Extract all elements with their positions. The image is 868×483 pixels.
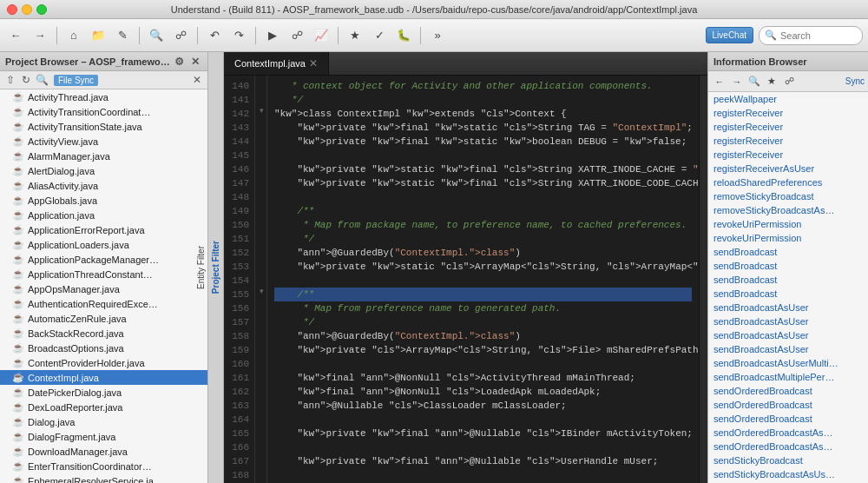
info-list-item[interactable]: sendOrderedBroadcast: [708, 384, 868, 398]
pb-nav-up-icon[interactable]: ⇧: [3, 73, 17, 87]
info-list-item[interactable]: sendBroadcastMultiplePer…: [708, 370, 868, 384]
toolbar-back-button[interactable]: ←: [5, 25, 26, 46]
toolbar-more-button[interactable]: »: [427, 25, 448, 46]
info-list-item[interactable]: sendOrderedBroadcast: [708, 398, 868, 412]
info-list-item[interactable]: registerReceiver: [708, 106, 868, 120]
file-item[interactable]: ☕ActivityTransitionCoordinat…: [0, 104, 207, 119]
toolbar-edit-button[interactable]: ✎: [112, 25, 133, 46]
toolbar-check-button[interactable]: ✓: [369, 25, 390, 46]
toolbar-graph-button[interactable]: ☍: [286, 25, 307, 46]
file-item[interactable]: ☕DownloadManager.java: [0, 444, 207, 459]
file-item[interactable]: ☕AuthenticationRequiredExce…: [0, 296, 207, 311]
file-sync-button[interactable]: File Sync: [54, 75, 98, 86]
file-item[interactable]: ☕DexLoadReporter.java: [0, 400, 207, 414]
file-item[interactable]: ☕ApplicationPackageManager…: [0, 252, 207, 267]
info-list-item[interactable]: sendOrderedBroadcastAs…: [708, 426, 868, 440]
minimize-window-button[interactable]: [22, 4, 32, 15]
info-search-btn[interactable]: 🔍: [746, 74, 762, 89]
info-forward-btn[interactable]: →: [729, 74, 745, 89]
maximize-window-button[interactable]: [36, 4, 47, 15]
project-filter-tab[interactable]: Project Filter: [208, 234, 223, 301]
info-list-item[interactable]: sendBroadcast: [708, 287, 868, 301]
info-list-item[interactable]: sendStickyBroadcast: [708, 453, 868, 467]
info-filter-btn[interactable]: ☍: [781, 74, 797, 89]
info-list-item[interactable]: sendBroadcast: [708, 245, 868, 259]
file-item[interactable]: ☕ApplicationLoaders.java: [0, 237, 207, 252]
file-item[interactable]: ☕EnterTransitionCoordinator…: [0, 459, 207, 473]
info-list-item[interactable]: reloadSharedPreferences: [708, 175, 868, 189]
entity-filter-tab[interactable]: Entity Filter: [194, 239, 208, 296]
toolbar-play-button[interactable]: ▶: [262, 25, 283, 46]
info-list-item[interactable]: registerReceiverAsUser: [708, 162, 868, 175]
file-item[interactable]: ☕ApplicationErrorReport.java: [0, 222, 207, 237]
pb-search-icon[interactable]: 🔍: [35, 73, 49, 87]
file-item[interactable]: ☕AlertDialog.java: [0, 163, 207, 178]
close-tab-icon[interactable]: ✕: [309, 57, 318, 69]
close-window-button[interactable]: [7, 4, 17, 15]
info-list-item[interactable]: registerReceiver: [708, 120, 868, 134]
panel-close-icon[interactable]: ✕: [188, 55, 202, 69]
toolbar-folder-button[interactable]: 📁: [88, 25, 108, 46]
toolbar-undo-button[interactable]: ↶: [204, 25, 225, 46]
info-list-item[interactable]: sendBroadcast: [708, 259, 868, 273]
file-item[interactable]: ☕ActivityView.java: [0, 134, 207, 149]
info-list-item[interactable]: sendBroadcastAsUser: [708, 328, 868, 342]
toolbar-home-button[interactable]: ⌂: [63, 25, 84, 46]
toolbar-search-button[interactable]: 🔍: [146, 25, 167, 46]
file-item[interactable]: ☕AliasActivity.java: [0, 178, 207, 193]
toolbar-bug-button[interactable]: 🐛: [393, 25, 414, 46]
file-item[interactable]: ☕ApplicationThreadConstant…: [0, 267, 207, 281]
livechat-button[interactable]: LiveChat: [706, 27, 753, 43]
info-list-item[interactable]: sendOrderedBroadcast: [708, 412, 868, 426]
vertical-scrollbar[interactable]: [699, 76, 707, 483]
info-list-item[interactable]: registerReceiver: [708, 148, 868, 162]
info-bookmark-btn[interactable]: ★: [764, 74, 779, 89]
panel-settings-icon[interactable]: ⚙: [172, 55, 186, 69]
fold-indicator[interactable]: ▾: [255, 284, 267, 298]
info-back-btn[interactable]: ←: [712, 74, 727, 89]
code-area[interactable]: * context object for Activity and other …: [267, 76, 699, 483]
file-item[interactable]: ☕AppOpsManager.java: [0, 281, 207, 296]
file-item[interactable]: ☕Application.java: [0, 208, 207, 222]
info-list-item[interactable]: sendBroadcast: [708, 273, 868, 287]
toolbar-forward-button[interactable]: →: [30, 25, 50, 46]
toolbar-metric-button[interactable]: 📈: [311, 25, 332, 46]
file-item[interactable]: ☕BroadcastOptions.java: [0, 341, 207, 355]
info-list-item[interactable]: revokeUriPermission: [708, 217, 868, 231]
info-list-item[interactable]: sendBroadcastAsUser: [708, 314, 868, 328]
fold-indicator[interactable]: ▾: [255, 103, 267, 117]
file-item[interactable]: ☕BackStackRecord.java: [0, 326, 207, 341]
panel-header-icons: ⚙ ✕: [172, 55, 202, 69]
editor-tab-label: ContextImpl.java: [234, 58, 306, 69]
toolbar-filter-button[interactable]: ☍: [170, 25, 191, 46]
file-item[interactable]: ☕ContentProviderHolder.java: [0, 355, 207, 370]
pb-close-icon[interactable]: ✕: [190, 73, 204, 87]
info-list-item[interactable]: sendStickyBroadcastAsUs…: [708, 467, 868, 481]
toolbar-bookmark-button[interactable]: ★: [345, 25, 365, 46]
editor-tab-contextimpl[interactable]: ContextImpl.java ✕: [224, 52, 329, 75]
search-input[interactable]: [759, 26, 863, 45]
file-item[interactable]: ☕DialogFragment.java: [0, 429, 207, 444]
file-item[interactable]: ☕AutomaticZenRule.java: [0, 311, 207, 326]
file-item[interactable]: ☕DatePickerDialog.java: [0, 385, 207, 400]
file-item[interactable]: ☕Dialog.java: [0, 414, 207, 429]
file-item[interactable]: ☕AlarmManager.java: [0, 149, 207, 163]
file-item[interactable]: ☕EphemeralResolverService.ja…: [0, 473, 207, 483]
info-list-item[interactable]: sendOrderedBroadcastAs…: [708, 440, 868, 453]
pb-refresh-icon[interactable]: ↻: [19, 73, 33, 87]
info-list-item[interactable]: sendBroadcastAsUserMulti…: [708, 356, 868, 370]
info-list-item[interactable]: removeStickyBroadcast: [708, 189, 868, 203]
info-list-item[interactable]: revokeUriPermission: [708, 231, 868, 245]
java-file-icon: ☕: [12, 180, 24, 191]
info-list-item[interactable]: peekWallpaper: [708, 92, 868, 106]
info-list-item[interactable]: registerReceiver: [708, 134, 868, 148]
info-list-item[interactable]: sendBroadcastAsUser: [708, 301, 868, 314]
file-item[interactable]: ☕ActivityTransitionState.java: [0, 119, 207, 134]
info-sync-button[interactable]: Sync: [845, 76, 865, 86]
toolbar-redo-button[interactable]: ↷: [228, 25, 249, 46]
file-item[interactable]: ☕ActivityThread.java: [0, 89, 207, 104]
info-list-item[interactable]: removeStickyBroadcastAs…: [708, 203, 868, 217]
info-list-item[interactable]: sendBroadcastAsUser: [708, 342, 868, 356]
file-item[interactable]: ☕AppGlobals.java: [0, 193, 207, 208]
file-item[interactable]: ☕ContextImpl.java: [0, 370, 207, 385]
